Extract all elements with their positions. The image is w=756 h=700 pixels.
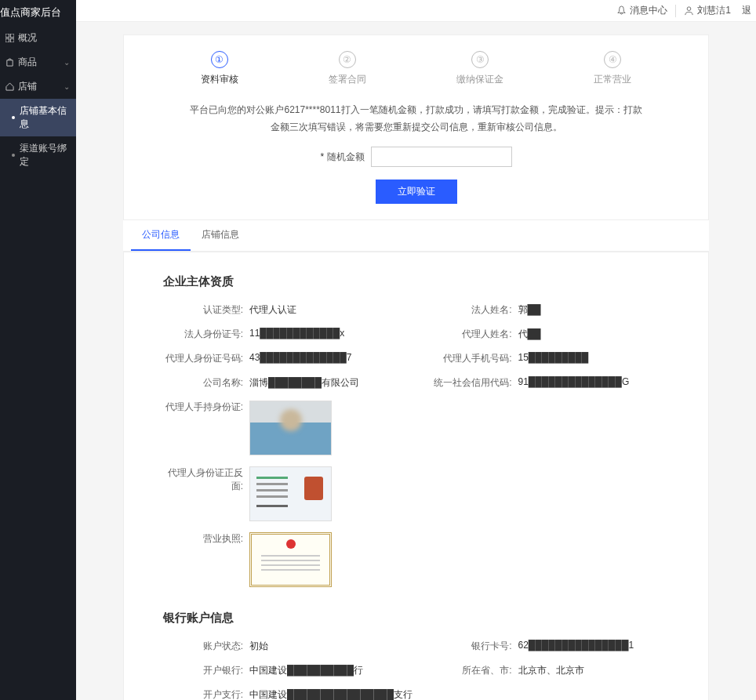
value: 43█████████████7 bbox=[249, 352, 352, 363]
nav-channel-bind[interactable]: 渠道账号绑定 bbox=[0, 136, 76, 174]
grid-icon bbox=[5, 34, 14, 43]
value: 中国建设██████████行 bbox=[249, 664, 363, 677]
label: 统一社会信用代码: bbox=[432, 376, 518, 390]
step-number: ④ bbox=[604, 51, 621, 68]
steps: ① 资料审核 ② 签署合同 ③ 缴纳保证金 ④ 正常营业 bbox=[155, 51, 677, 86]
nav-label: 店铺 bbox=[18, 80, 37, 93]
messages-label: 消息中心 bbox=[630, 4, 667, 17]
chevron-down-icon: ⌄ bbox=[64, 82, 70, 91]
value: 15█████████ bbox=[518, 352, 589, 363]
label: 代理人身份证正反面: bbox=[163, 466, 249, 493]
row-license: 营业执照: bbox=[163, 532, 669, 587]
step-3: ③ 缴纳保证金 bbox=[456, 51, 503, 86]
verify-card: ① 资料审核 ② 签署合同 ③ 缴纳保证金 ④ 正常营业 bbox=[123, 34, 709, 220]
step-number: ② bbox=[339, 51, 356, 68]
dot-icon bbox=[12, 154, 15, 157]
amount-label: * 随机金额 bbox=[320, 151, 364, 164]
label: 开户支行: bbox=[163, 688, 249, 700]
svg-rect-0 bbox=[5, 34, 9, 38]
svg-rect-2 bbox=[5, 38, 9, 42]
user-icon bbox=[684, 5, 694, 16]
label: 代理人姓名: bbox=[432, 328, 518, 341]
tab-store[interactable]: 店铺信息 bbox=[191, 220, 250, 251]
label: 法人姓名: bbox=[432, 303, 518, 317]
agent-id-both-image[interactable] bbox=[249, 466, 332, 521]
nav-overview[interactable]: 概况 bbox=[0, 26, 76, 50]
value: 北京市、北京市 bbox=[518, 664, 584, 677]
amount-row: * 随机金额 bbox=[155, 147, 677, 167]
row-agent-phone: 代理人手机号码: 15█████████ bbox=[432, 352, 670, 365]
step-label: 签署合同 bbox=[329, 73, 366, 86]
verify-button[interactable]: 立即验证 bbox=[376, 180, 457, 204]
value: 初始 bbox=[249, 640, 268, 653]
step-1: ① 资料审核 bbox=[201, 51, 238, 86]
step-label: 缴纳保证金 bbox=[456, 73, 503, 86]
value: 郭██ bbox=[518, 303, 541, 317]
row-agent-id-both: 代理人身份证正反面: bbox=[163, 466, 669, 521]
nav-products[interactable]: 商品 ⌄ bbox=[0, 50, 76, 74]
value: 淄博████████有限公司 bbox=[249, 376, 359, 390]
tab-company[interactable]: 公司信息 bbox=[131, 220, 191, 251]
nav-label: 店铺基本信息 bbox=[20, 104, 71, 131]
row-auth-type: 认证类型: 代理人认证 bbox=[163, 303, 401, 317]
value: 11████████████x bbox=[249, 328, 344, 339]
row-bank: 开户银行: 中国建设██████████行 bbox=[163, 664, 401, 677]
step-number: ① bbox=[211, 51, 228, 68]
logout-label: 退 bbox=[742, 4, 751, 17]
dot-icon bbox=[12, 116, 15, 119]
chevron-down-icon: ⌄ bbox=[64, 58, 70, 67]
messages-link[interactable]: 消息中心 bbox=[616, 4, 667, 17]
step-4: ④ 正常营业 bbox=[594, 51, 631, 86]
label: 所在省、市: bbox=[432, 664, 518, 677]
value: 91██████████████G bbox=[518, 376, 630, 387]
svg-rect-1 bbox=[10, 34, 14, 38]
label: 代理人手机号码: bbox=[432, 352, 518, 365]
row-region: 所在省、市: 北京市、北京市 bbox=[432, 664, 670, 677]
row-legal-name: 法人姓名: 郭██ bbox=[432, 303, 670, 317]
tabs: 公司信息 店铺信息 bbox=[123, 220, 709, 252]
row-agent-hold-id: 代理人手持身份证: bbox=[163, 401, 669, 455]
header: 消息中心 刘慧洁1 退 bbox=[76, 0, 756, 22]
row-legal-id: 法人身份证号: 11████████████x bbox=[163, 328, 401, 341]
home-icon bbox=[5, 82, 14, 92]
value: 代理人认证 bbox=[249, 303, 296, 317]
sidebar: 值点商家后台 概况 商品 ⌄ 店铺 ⌄ 店铺基本信息 bbox=[0, 0, 76, 700]
amount-input[interactable] bbox=[371, 147, 512, 167]
value: 代██ bbox=[518, 328, 541, 341]
divider bbox=[675, 5, 676, 17]
logout-link[interactable]: 退 bbox=[742, 4, 751, 17]
value: 62███████████████1 bbox=[518, 640, 634, 651]
label: 代理人身份证号码: bbox=[163, 352, 249, 365]
svg-rect-3 bbox=[10, 38, 14, 42]
label: 账户状态: bbox=[163, 640, 249, 653]
row-card: 银行卡号: 62███████████████1 bbox=[432, 640, 670, 653]
nav-label: 渠道账号绑定 bbox=[20, 142, 71, 169]
user-menu[interactable]: 刘慧洁1 bbox=[684, 4, 731, 17]
row-branch: 开户支行: 中国建设████████████████支行 bbox=[163, 688, 669, 700]
svg-point-4 bbox=[687, 7, 691, 11]
section-title-bank: 银行账户信息 bbox=[163, 611, 669, 626]
bag-icon bbox=[5, 58, 14, 67]
step-label: 正常营业 bbox=[594, 73, 631, 86]
step-2: ② 签署合同 bbox=[329, 51, 366, 86]
nav-store[interactable]: 店铺 ⌄ bbox=[0, 74, 76, 99]
row-agent-id: 代理人身份证号码: 43█████████████7 bbox=[163, 352, 401, 365]
nav-label: 概况 bbox=[18, 31, 37, 45]
company-card: 企业主体资质 认证类型: 代理人认证 法人姓名: 郭██ 法人身份证号: 11█… bbox=[123, 252, 709, 700]
app-title: 值点商家后台 bbox=[0, 0, 76, 26]
label: 法人身份证号: bbox=[163, 328, 249, 341]
label: 开户银行: bbox=[163, 664, 249, 677]
nav-label: 商品 bbox=[18, 56, 37, 69]
agent-hold-id-image[interactable] bbox=[249, 401, 332, 455]
step-label: 资料审核 bbox=[201, 73, 238, 86]
row-agent-name: 代理人姓名: 代██ bbox=[432, 328, 670, 341]
label: 认证类型: bbox=[163, 303, 249, 317]
label: 银行卡号: bbox=[432, 640, 518, 653]
username: 刘慧洁1 bbox=[697, 4, 731, 17]
step-number: ③ bbox=[471, 51, 489, 68]
license-image[interactable] bbox=[249, 532, 332, 587]
nav-store-basic[interactable]: 店铺基本信息 bbox=[0, 99, 76, 136]
label: 代理人手持身份证: bbox=[163, 401, 249, 414]
row-company-name: 公司名称: 淄博████████有限公司 bbox=[163, 376, 401, 390]
label: 公司名称: bbox=[163, 376, 249, 390]
